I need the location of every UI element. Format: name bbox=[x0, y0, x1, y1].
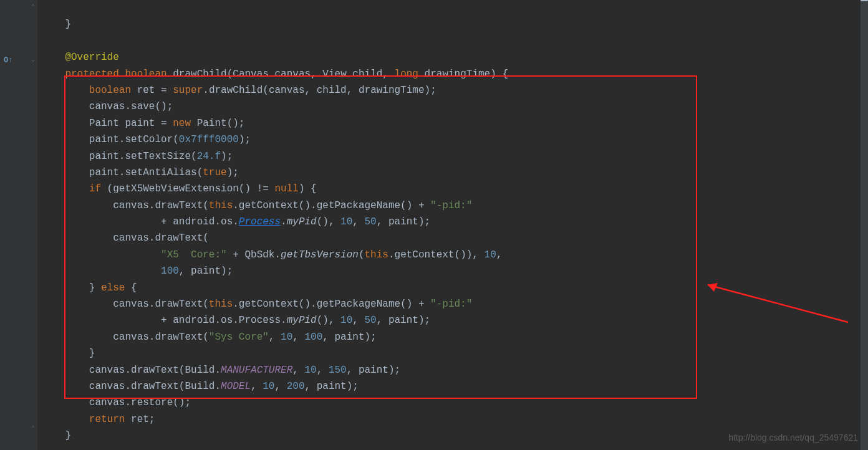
keyword-else: else bbox=[101, 282, 125, 294]
cond: (getX5WebViewExtension() != bbox=[101, 183, 274, 194]
scrollbar-track[interactable] bbox=[861, 0, 868, 450]
num-literal: 150 bbox=[329, 365, 347, 376]
keyword-super: super bbox=[173, 85, 203, 96]
num-literal: 10 bbox=[263, 381, 274, 392]
paren: (), bbox=[317, 216, 340, 227]
end: , paint); bbox=[322, 332, 376, 343]
code-line: canvas.drawText(Build. bbox=[41, 365, 221, 376]
code-line: paint.setAntiAlias( bbox=[41, 167, 203, 178]
fold-icon[interactable]: ⌄ bbox=[31, 55, 35, 65]
code-line: + android.os.Process. bbox=[41, 315, 287, 326]
keyword-null: null bbox=[274, 183, 298, 194]
annotation: @Override bbox=[65, 52, 118, 63]
end: , paint); bbox=[304, 381, 358, 392]
num-literal: 10 bbox=[281, 332, 292, 343]
code-editor[interactable]: ⌃ O↑ ⌄ ⌃ } @Override protected boolean d… bbox=[0, 0, 868, 450]
code-line: canvas.drawText(Build. bbox=[41, 381, 221, 392]
paren: (), bbox=[317, 315, 340, 326]
param: child bbox=[352, 69, 382, 80]
override-icon[interactable]: O↑ bbox=[4, 55, 12, 67]
dot: . bbox=[281, 216, 287, 227]
indent bbox=[41, 266, 161, 277]
end: , paint); bbox=[377, 315, 430, 326]
param: canvas bbox=[275, 69, 311, 80]
fold-icon[interactable]: ⌃ bbox=[31, 2, 35, 13]
num-literal: 50 bbox=[365, 315, 377, 326]
code-line: paint.setTextSize( bbox=[41, 151, 197, 162]
end: , paint); bbox=[347, 365, 400, 376]
hex-literal: 0x7fff0000 bbox=[179, 134, 239, 145]
string-literal: "-pid:" bbox=[430, 299, 472, 310]
code-line: canvas.drawText( bbox=[41, 299, 209, 310]
num-literal: 10 bbox=[304, 365, 316, 376]
eq: = bbox=[155, 85, 173, 96]
code-mid: .getContext().getPackageName() + bbox=[233, 200, 430, 211]
code-line: canvas.restore(); bbox=[41, 397, 191, 408]
num-literal: 10 bbox=[340, 315, 352, 326]
keyword-true: true bbox=[203, 167, 226, 178]
end: , paint); bbox=[179, 266, 233, 277]
method-italic: myPid bbox=[287, 216, 317, 227]
code-line: + android.os. bbox=[41, 216, 239, 227]
code-line: canvas.save(); bbox=[41, 101, 173, 112]
code-line: canvas.drawText( bbox=[41, 332, 209, 343]
end: , paint); bbox=[377, 216, 430, 227]
ret-expr: ret; bbox=[125, 414, 155, 425]
var: ret bbox=[137, 85, 155, 96]
type: View bbox=[322, 69, 346, 80]
mid: , bbox=[251, 381, 263, 392]
code-line: canvas.drawText( bbox=[41, 232, 209, 244]
brace: } bbox=[41, 19, 71, 30]
keyword-this: this bbox=[365, 249, 388, 261]
mid: , bbox=[292, 365, 304, 376]
num-literal: 50 bbox=[365, 216, 377, 227]
brace: } bbox=[41, 348, 95, 359]
fold-icon[interactable]: ⌃ bbox=[31, 424, 35, 434]
brace: { bbox=[125, 282, 137, 294]
num-literal: 200 bbox=[287, 381, 305, 392]
scrollbar-thumb[interactable] bbox=[861, 0, 868, 1]
svg-line-0 bbox=[708, 285, 848, 322]
brace: ) { bbox=[299, 183, 317, 194]
keyword-boolean: boolean bbox=[89, 85, 131, 96]
string-literal: "Sys Core" bbox=[209, 332, 269, 343]
num-literal: 100 bbox=[161, 266, 179, 277]
code-line: paint.setColor( bbox=[41, 134, 179, 145]
keyword-if: if bbox=[89, 183, 101, 194]
mid: + QbSdk. bbox=[227, 249, 281, 261]
keyword-this: this bbox=[209, 200, 233, 211]
arrow-icon bbox=[695, 279, 857, 328]
method-name: drawChild bbox=[173, 69, 226, 80]
code-post: ); bbox=[227, 167, 239, 178]
static-field: MANUFACTURER bbox=[221, 365, 292, 376]
keyword-return: return bbox=[89, 414, 125, 425]
code-content[interactable]: } @Override protected boolean drawChild(… bbox=[37, 0, 868, 450]
keyword-protected: protected bbox=[65, 69, 118, 80]
code-line: Paint paint = bbox=[41, 118, 173, 129]
editor-gutter: ⌃ O↑ ⌄ ⌃ bbox=[0, 0, 37, 450]
keyword-new: new bbox=[173, 118, 191, 129]
param: drawingTime bbox=[425, 69, 491, 80]
num-literal: 24.f bbox=[197, 151, 221, 162]
code-post: Paint(); bbox=[191, 118, 244, 129]
method-italic: myPid bbox=[287, 315, 317, 326]
brace: ) { bbox=[490, 69, 508, 80]
code-line: canvas.drawText( bbox=[41, 200, 209, 211]
code-pre[interactable]: } @Override protected boolean drawChild(… bbox=[41, 16, 868, 444]
code-post: ); bbox=[239, 134, 251, 145]
string-literal: "X5 Core:" bbox=[161, 249, 227, 261]
paren: ( bbox=[359, 249, 365, 261]
indent bbox=[41, 249, 161, 261]
brace: } bbox=[41, 282, 101, 294]
num-literal: 10 bbox=[340, 216, 352, 227]
mid: , bbox=[269, 332, 281, 343]
keyword-boolean: boolean bbox=[125, 69, 166, 80]
brace: } bbox=[41, 430, 71, 441]
method-italic: getTbsVersion bbox=[281, 249, 359, 261]
code-post: ); bbox=[221, 151, 233, 162]
keyword-this: this bbox=[209, 299, 233, 310]
class-link[interactable]: Process bbox=[239, 216, 281, 227]
string-literal: "-pid:" bbox=[430, 200, 472, 211]
watermark-text: http://blog.csdn.net/qq_25497621 bbox=[728, 431, 858, 445]
num-literal: 10 bbox=[485, 249, 496, 261]
